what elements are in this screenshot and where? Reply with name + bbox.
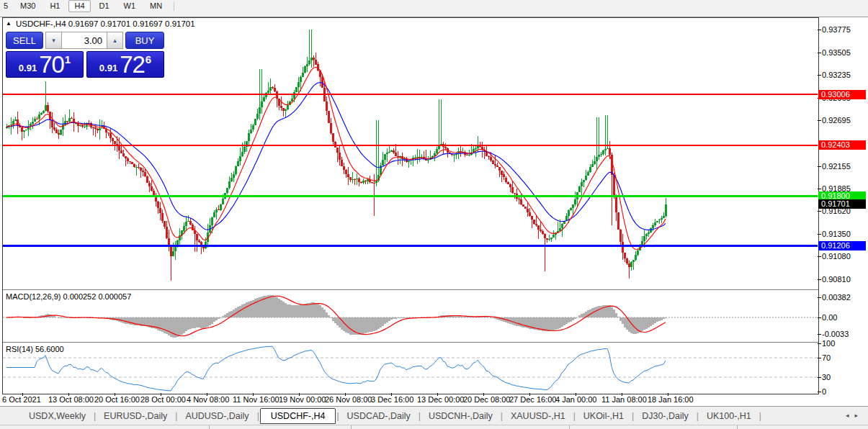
time-tick-label: 11 Jan 08:00 <box>601 395 647 404</box>
price-tick-label: 0.92695 <box>822 116 851 125</box>
panel-splitter-macd[interactable] <box>3 289 818 290</box>
timeframe-H1[interactable]: H1 <box>44 0 66 12</box>
volume-decrease-button[interactable]: ▾ <box>45 32 62 49</box>
time-tick-label: 11 Nov 16:00 <box>233 395 279 404</box>
tab-separator: | <box>336 411 339 421</box>
hline-price-badge: 0.91206 <box>818 241 866 250</box>
mt4-window: 5M30H1H4D1W1MN ▲ USDCHF-,H4 0.91697 0.91… <box>0 0 868 429</box>
time-tick-label: 4 Nov 08:00 <box>187 395 229 404</box>
sell-button[interactable]: SELL <box>6 32 43 49</box>
tab-separator: | <box>759 411 761 421</box>
rsi-label: RSI(14) 56.6000 <box>6 345 64 353</box>
price-tick-label: 0.93505 <box>822 48 851 57</box>
hline-price-badge: 0.92403 <box>818 140 866 150</box>
tab-separator: | <box>573 411 576 421</box>
toolbar-separator <box>174 1 174 11</box>
price-tick-label: 0.90810 <box>822 275 851 284</box>
tab-separator: | <box>94 411 96 421</box>
chart-tab-dj30-daily[interactable]: DJ30-,Daily <box>635 409 696 423</box>
timeframe-5[interactable]: 5 <box>1 0 12 12</box>
time-tick-label: 20 Dec 08:00 <box>463 395 510 404</box>
timeframe-D1[interactable]: D1 <box>94 0 115 12</box>
macd-axis-label: 0.00382 <box>822 293 851 302</box>
time-tick-label: 3 Dec 16:00 <box>371 395 413 404</box>
macd-axis-label: 0.00 <box>822 313 837 322</box>
chevron-up-icon: ▴ <box>113 37 117 44</box>
rsi-axis-label: 70 <box>822 353 831 362</box>
macd-axis-label: -0.0033 <box>822 330 849 338</box>
macd-label: MACD(12,26,9) 0.000252 0.000057 <box>6 292 131 301</box>
ask-price-box[interactable]: 0.91 72 6 <box>86 51 164 78</box>
price-tick-label: 0.92155 <box>822 162 851 171</box>
one-click-trade-panel: SELL ▾ 3.00 ▴ BUY 0.91 70 1 0.91 72 6 <box>6 32 164 78</box>
price-tick-label: 0.91350 <box>822 230 851 238</box>
statusbar-separator <box>209 425 210 429</box>
chart-tab-bar: USDX,Weekly|EURUSD-,Daily|AUDUSD-,Daily|… <box>0 406 868 425</box>
timeframe-W1[interactable]: W1 <box>118 0 142 12</box>
chart-tab-audusd-daily[interactable]: AUDUSD-,Daily <box>178 409 256 423</box>
time-tick-label: 26 Nov 08:00 <box>325 395 372 404</box>
chart-tab-uk100-h1[interactable]: UK100-,H1 <box>699 409 759 423</box>
collapse-quotes-icon[interactable]: ▲ <box>6 20 12 27</box>
tab-separator: | <box>697 411 699 421</box>
buy-button[interactable]: BUY <box>125 32 164 49</box>
rsi-axis-label: 100 <box>822 339 835 348</box>
time-tick-label: 13 Oct 08:00 <box>48 395 94 404</box>
chart-tab-ukoil-h1[interactable]: UKOil-,H1 <box>576 409 631 423</box>
statusbar-separator <box>737 425 738 429</box>
timeframe-H4[interactable]: H4 <box>68 0 90 12</box>
chart-tab-xauusd-h1[interactable]: XAUUSD-,H1 <box>504 409 573 423</box>
volume-input[interactable]: 3.00 <box>62 32 107 49</box>
chart-tab-usdx-weekly[interactable]: USDX,Weekly <box>22 409 93 423</box>
hline-price-badge: 0.93006 <box>818 90 866 99</box>
chart-title: ▲ USDCHF-,H4 0.91697 0.91701 0.91697 0.9… <box>6 19 195 28</box>
timeframe-MN[interactable]: MN <box>144 0 168 12</box>
bid-price-box[interactable]: 0.91 70 1 <box>6 51 84 78</box>
time-tick-label: 18 Jan 16:00 <box>648 395 694 404</box>
time-tick-label: 13 Dec 00:00 <box>417 395 464 404</box>
status-bar <box>0 425 868 429</box>
tab-separator: | <box>419 411 421 421</box>
rsi-axis-label: 0 <box>822 387 826 396</box>
tab-separator: | <box>632 411 634 421</box>
bid-price-big: 70 <box>39 51 64 78</box>
timeframe-toolbar: 5M30H1H4D1W1MN <box>0 0 868 12</box>
price-tick-label: 0.91080 <box>822 252 851 261</box>
timeframe-M30[interactable]: M30 <box>14 0 41 12</box>
price-tick-label: 0.93775 <box>822 25 851 34</box>
chart-tab-eurusd-daily[interactable]: EURUSD-,Daily <box>97 409 174 423</box>
chart-tab-usdcnh-daily[interactable]: USDCNH-,Daily <box>421 409 500 423</box>
current-price-badge: 0.91701 <box>818 199 866 209</box>
chart-tab-usdcad-daily[interactable]: USDCAD-,Daily <box>340 409 418 423</box>
bid-price-pip: 1 <box>65 53 71 66</box>
rsi-axis-label: 30 <box>822 373 831 381</box>
time-tick-label: 4 Jan 00:00 <box>555 395 597 404</box>
statusbar-separator <box>569 425 570 429</box>
tab-separator: | <box>175 411 177 421</box>
ask-price-small: 0.91 <box>99 63 117 73</box>
ask-price-big: 72 <box>120 51 145 78</box>
panel-splitter-rsi[interactable] <box>3 342 818 343</box>
chart-tab-usdchf-h4[interactable]: USDCHF-,H4 <box>260 408 336 424</box>
bid-price-small: 0.91 <box>19 63 37 73</box>
toolbar-edge <box>0 12 868 17</box>
time-tick-label: 28 Oct 00:00 <box>140 395 186 404</box>
tab-separator: | <box>501 411 503 421</box>
time-tick-label: 19 Nov 00:00 <box>279 395 326 404</box>
arrow-right-icon[interactable]: ▸ <box>854 412 864 419</box>
volume-increase-button[interactable]: ▴ <box>107 32 123 49</box>
chevron-down-icon: ▾ <box>52 37 55 44</box>
ask-price-pip: 6 <box>146 53 151 66</box>
chart-title-text: USDCHF-,H4 0.91697 0.91701 0.91697 0.917… <box>16 19 195 28</box>
time-tick-label: 6 Oct 2021 <box>2 395 41 404</box>
time-tick-label: 27 Dec 16:00 <box>509 395 556 404</box>
tab-separator: | <box>257 411 259 421</box>
tab-scroll-arrows[interactable]: ◂▸ <box>846 412 864 419</box>
arrow-left-icon[interactable]: ◂ <box>846 412 855 419</box>
price-tick-label: 0.93235 <box>822 71 851 79</box>
time-tick-label: 20 Oct 16:00 <box>94 395 140 404</box>
statusbar-separator <box>351 425 352 429</box>
